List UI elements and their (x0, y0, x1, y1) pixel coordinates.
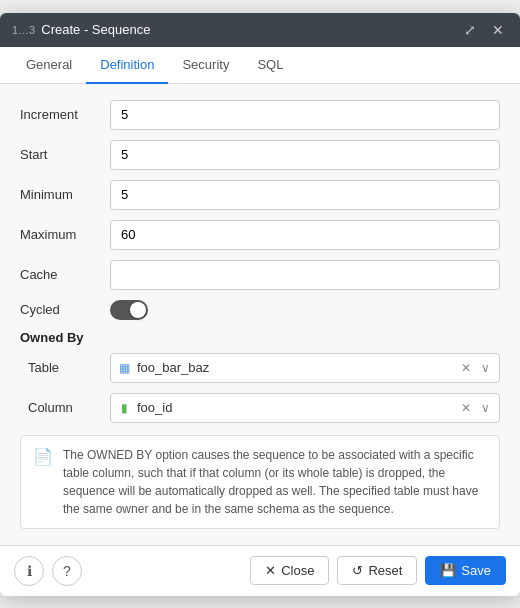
tab-definition[interactable]: Definition (86, 47, 168, 84)
info-box: 📄 The OWNED BY option causes the sequenc… (20, 435, 500, 529)
label-table: Table (20, 360, 110, 375)
input-start[interactable] (110, 140, 500, 170)
reset-button[interactable]: ↺ Reset (337, 556, 417, 585)
save-icon: 💾 (440, 563, 456, 578)
row-table: Table ▦ foo_bar_baz ✕ ∨ (20, 353, 500, 383)
tab-general[interactable]: General (12, 47, 86, 84)
table-icon: ▦ (117, 361, 131, 375)
row-cache: Cache (20, 260, 500, 290)
column-icon: ▮ (117, 401, 131, 415)
row-start: Start (20, 140, 500, 170)
close-window-button[interactable]: ✕ (488, 21, 508, 39)
label-column: Column (20, 400, 110, 415)
label-increment: Increment (20, 107, 110, 122)
column-clear-button[interactable]: ✕ (458, 400, 474, 416)
table-dropdown-button[interactable]: ∨ (478, 360, 493, 376)
reset-icon: ↺ (352, 563, 363, 578)
title-bar: 1…3 Create - Sequence ⤢ ✕ (0, 13, 520, 47)
table-clear-button[interactable]: ✕ (458, 360, 474, 376)
close-icon: ✕ (265, 563, 276, 578)
column-value: foo_id (137, 400, 452, 415)
select-table[interactable]: ▦ foo_bar_baz ✕ ∨ (110, 353, 500, 383)
input-maximum[interactable] (110, 220, 500, 250)
footer: ℹ ? ✕ Close ↺ Reset 💾 Save (0, 545, 520, 596)
row-column: Column ▮ foo_id ✕ ∨ (20, 393, 500, 423)
window-title: Create - Sequence (41, 22, 150, 37)
save-label: Save (461, 563, 491, 578)
section-owned-by: Owned By (20, 330, 500, 345)
input-increment[interactable] (110, 100, 500, 130)
label-cache: Cache (20, 267, 110, 282)
input-cache[interactable] (110, 260, 500, 290)
title-actions: ⤢ ✕ (460, 21, 508, 39)
table-value: foo_bar_baz (137, 360, 452, 375)
close-button[interactable]: ✕ Close (250, 556, 329, 585)
reset-label: Reset (368, 563, 402, 578)
dialog-create-sequence: 1…3 Create - Sequence ⤢ ✕ General Defini… (0, 13, 520, 596)
window-icon: 1…3 (12, 24, 35, 36)
expand-button[interactable]: ⤢ (460, 21, 480, 39)
column-dropdown-button[interactable]: ∨ (478, 400, 493, 416)
row-minimum: Minimum (20, 180, 500, 210)
info-button[interactable]: ℹ (14, 556, 44, 586)
column-select-actions: ✕ ∨ (458, 400, 493, 416)
label-cycled: Cycled (20, 302, 110, 317)
row-maximum: Maximum (20, 220, 500, 250)
row-increment: Increment (20, 100, 500, 130)
content-area: Increment Start Minimum Maximum Cache Cy… (0, 84, 520, 545)
label-start: Start (20, 147, 110, 162)
input-minimum[interactable] (110, 180, 500, 210)
help-button[interactable]: ? (52, 556, 82, 586)
footer-left: ℹ ? (14, 556, 82, 586)
toggle-cycled[interactable] (110, 300, 148, 320)
save-button[interactable]: 💾 Save (425, 556, 506, 585)
info-box-icon: 📄 (33, 447, 53, 466)
close-label: Close (281, 563, 314, 578)
info-box-text: The OWNED BY option causes the sequence … (63, 446, 487, 518)
tab-security[interactable]: Security (168, 47, 243, 84)
title-bar-left: 1…3 Create - Sequence (12, 22, 150, 37)
tab-bar: General Definition Security SQL (0, 47, 520, 84)
footer-right: ✕ Close ↺ Reset 💾 Save (250, 556, 506, 585)
label-minimum: Minimum (20, 187, 110, 202)
table-select-actions: ✕ ∨ (458, 360, 493, 376)
label-maximum: Maximum (20, 227, 110, 242)
select-column[interactable]: ▮ foo_id ✕ ∨ (110, 393, 500, 423)
toggle-cycled-container (110, 300, 148, 320)
tab-sql[interactable]: SQL (243, 47, 297, 84)
row-cycled: Cycled (20, 300, 500, 320)
toggle-cycled-knob (130, 302, 146, 318)
